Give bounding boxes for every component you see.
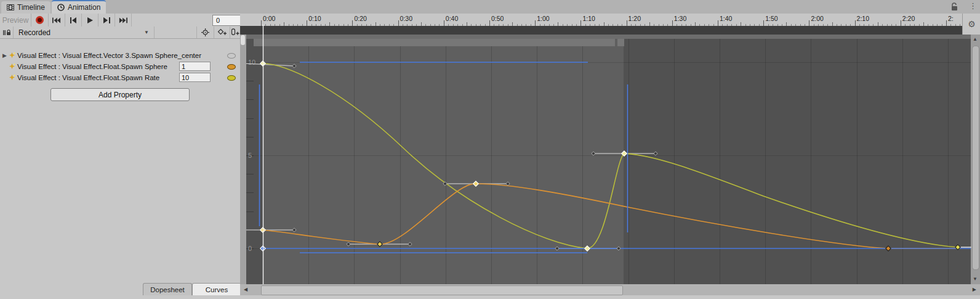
play-button[interactable] <box>82 14 98 27</box>
grid-line <box>263 39 263 284</box>
skip-to-start-icon <box>52 17 61 23</box>
tab-curves-label: Curves <box>206 286 228 293</box>
time-zoom-handle-cap[interactable] <box>617 39 624 46</box>
property-row-spawn-rate[interactable]: Visual Effect : Visual Effect.Float.Spaw… <box>0 72 240 83</box>
go-to-end-button[interactable] <box>115 14 132 27</box>
kebab-menu-icon[interactable]: ⋮ <box>969 1 977 10</box>
grid-line <box>446 39 446 284</box>
property-label: Visual Effect : Visual Effect.Float.Spaw… <box>17 63 167 70</box>
time-zoom-track[interactable] <box>246 35 971 39</box>
frame-input[interactable] <box>212 15 243 26</box>
grid-line <box>811 39 811 284</box>
foldout-arrow-icon[interactable]: ▶ <box>2 52 7 59</box>
event-add-icon <box>231 28 239 36</box>
record-icon <box>36 16 44 24</box>
property-row-spawn-sphere-center[interactable]: ▶ Visual Effect : Visual Effect.Vector 3… <box>0 50 240 61</box>
lock-icon <box>3 29 10 36</box>
property-value-input[interactable] <box>179 62 211 71</box>
add-event-button[interactable] <box>230 27 240 38</box>
keyframe-add-icon <box>217 28 227 36</box>
tab-dopesheet[interactable]: Dopesheet <box>143 283 192 295</box>
grid-line <box>948 39 949 284</box>
property-value-input[interactable] <box>179 73 211 82</box>
tab-timeline[interactable]: Timeline <box>1 1 50 14</box>
tab-dopesheet-label: Dopesheet <box>150 286 185 293</box>
value-axis-label: 5 <box>248 152 252 159</box>
event-strip <box>240 26 962 35</box>
horizontal-scrollbar[interactable]: ◀ ▶ <box>240 284 980 295</box>
curve-indicator <box>227 75 236 81</box>
preview-button[interactable]: Preview <box>0 14 31 27</box>
ruler-label: 2:00 <box>811 15 823 22</box>
ruler-tick <box>855 20 856 26</box>
previous-frame-button[interactable] <box>65 14 82 27</box>
grid-line <box>857 39 857 284</box>
grid-line <box>720 39 720 284</box>
grid-line <box>308 39 309 284</box>
film-icon <box>7 4 14 10</box>
vertical-scrollbar[interactable]: ▲ ▼ <box>971 35 980 284</box>
target-icon <box>201 28 209 36</box>
ruler-tick <box>718 20 718 26</box>
ruler-tick <box>763 20 764 26</box>
grid-line <box>629 39 629 284</box>
grid-line <box>246 174 254 174</box>
gear-icon[interactable]: ⚙ <box>968 19 976 29</box>
grid-line <box>246 99 254 100</box>
curve-editor-settings[interactable]: ⚙ <box>962 14 980 35</box>
tab-animation-label: Animation <box>68 3 100 12</box>
window-tab-bar: Timeline Animation ⋮ <box>0 0 980 14</box>
ruler-tick <box>672 20 673 26</box>
ruler-tick <box>946 20 947 26</box>
scroll-down-icon[interactable]: ▼ <box>973 277 978 282</box>
value-zoom-bar[interactable] <box>240 35 246 284</box>
ruler-label: 1:50 <box>765 15 777 22</box>
ruler-tick <box>535 20 536 26</box>
ruler-tick <box>627 20 627 26</box>
zoom-bar-end-cap[interactable] <box>241 35 245 45</box>
clip-selector-label: Recorded <box>18 28 50 37</box>
record-button[interactable] <box>31 14 49 27</box>
clock-icon <box>57 4 65 11</box>
grid-line <box>354 39 355 284</box>
grid-line <box>246 62 971 63</box>
ruler-label: 0:50 <box>491 15 504 22</box>
ruler-tick <box>809 20 809 26</box>
property-row-spawn-sphere[interactable]: Visual Effect : Visual Effect.Float.Spaw… <box>0 61 240 72</box>
ruler-label: 0:00 <box>263 15 275 22</box>
filter-by-selection-button[interactable] <box>197 27 214 38</box>
add-property-button[interactable]: Add Property <box>50 88 190 101</box>
step-forward-icon <box>103 17 110 23</box>
ruler-label: 0:10 <box>308 15 321 22</box>
visual-effect-icon <box>9 63 16 70</box>
horizontal-scrollbar-thumb[interactable] <box>261 285 623 295</box>
next-frame-button[interactable] <box>98 14 115 27</box>
grid-line <box>246 230 254 231</box>
ruler-tick <box>580 20 581 26</box>
unlock-icon[interactable] <box>950 2 958 11</box>
tab-animation[interactable]: Animation <box>52 0 106 14</box>
scroll-left-icon[interactable]: ◀ <box>244 287 247 292</box>
scroll-up-icon[interactable]: ▲ <box>973 37 978 42</box>
preview-label: Preview <box>2 16 29 25</box>
grid-line <box>582 39 583 284</box>
grid-line <box>246 137 254 137</box>
grid-line <box>674 39 675 284</box>
grid-line <box>246 192 254 193</box>
grid-line <box>246 211 254 212</box>
grid-line <box>246 248 971 249</box>
grid-line <box>537 39 537 284</box>
time-ruler[interactable]: 0:000:100:200:300:400:501:001:101:201:30… <box>240 14 962 27</box>
link-lock-button[interactable] <box>0 27 14 38</box>
go-to-start-button[interactable] <box>49 14 65 27</box>
ruler-tick <box>444 20 444 26</box>
tab-curves[interactable]: Curves <box>192 283 241 295</box>
scroll-right-icon[interactable]: ▶ <box>973 287 976 292</box>
time-zoom-handle[interactable] <box>254 39 615 46</box>
ruler-label: 2: <box>948 15 954 22</box>
vertical-scrollbar-thumb[interactable] <box>972 46 979 270</box>
chevron-down-icon: ▼ <box>144 30 149 35</box>
clip-selector[interactable]: Recorded ▼ <box>14 27 155 38</box>
value-axis-label: 0 <box>248 245 252 252</box>
add-keyframe-button[interactable] <box>214 27 230 38</box>
